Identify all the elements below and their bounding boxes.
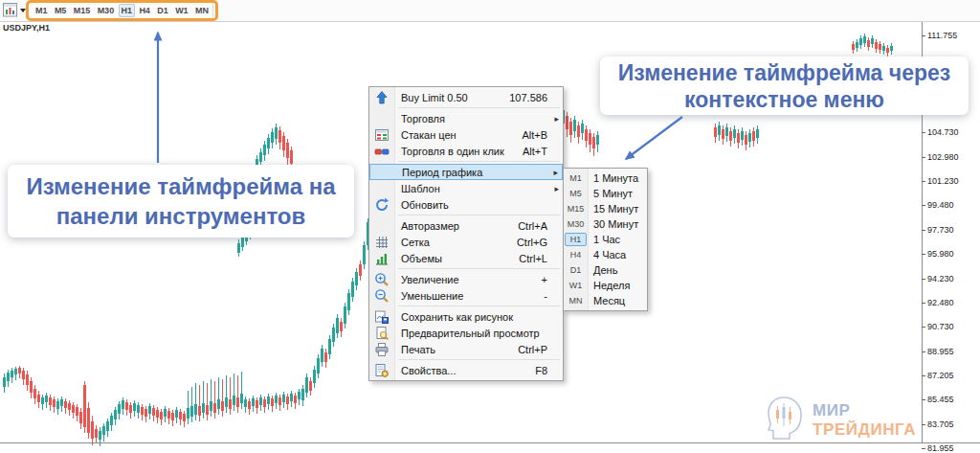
one-click-trading-icon [374, 144, 390, 159]
timeframes-toolbar: M1M5M15M30H1H4D1W1MN [0, 0, 980, 22]
submenu-item-m1[interactable]: M11 Минута [564, 170, 647, 186]
volumes-icon [374, 251, 390, 266]
menu-separator [398, 268, 560, 269]
submenu-item-label: 4 Часа [587, 249, 626, 260]
menu-item[interactable]: Торговля▸ [369, 110, 563, 126]
menu-item[interactable]: Период графика▸ [369, 164, 563, 180]
submenu-item-m15[interactable]: M1515 Минут [564, 201, 647, 216]
logo-text-line2: ТРЕЙДИНГА [813, 420, 916, 440]
menu-separator [398, 359, 560, 360]
menu-item[interactable]: Обновить [369, 196, 563, 213]
menu-item[interactable]: СеткаCtrl+G [369, 234, 563, 250]
submenu-arrow-icon: ▸ [554, 183, 559, 193]
menu-item-label: Свойства... [401, 365, 456, 376]
submenu-item-label: 1 Час [587, 234, 620, 245]
submenu-item-h4[interactable]: H44 Часа [564, 247, 647, 262]
menu-separator [398, 215, 560, 215]
head-candles-logo-icon [762, 395, 806, 446]
menu-separator [398, 306, 560, 306]
timeframe-button-m30[interactable]: M30 [95, 4, 118, 17]
print-preview-icon [374, 326, 390, 341]
new-chart-icon[interactable] [3, 3, 18, 18]
menu-item-shortcut: F8 [535, 365, 547, 376]
menu-item[interactable]: Увеличение+ [369, 271, 563, 287]
submenu-item-label: Месяц [587, 295, 625, 306]
menu-item-label: Торговля в один клик [401, 146, 504, 157]
submenu-item-m5[interactable]: M55 Минут [564, 186, 647, 201]
timeframe-button-m5[interactable]: M5 [52, 4, 70, 17]
submenu-item-h1[interactable]: H11 Час [564, 232, 647, 247]
timeframe-button-h1[interactable]: H1 [119, 4, 136, 17]
submenu-item-label: День [587, 264, 617, 276]
menu-item-shortcut: Ctrl+A [518, 220, 547, 232]
menu-item[interactable]: ПечатьCtrl+P [369, 341, 563, 357]
timeframe-button-d1[interactable]: D1 [154, 4, 171, 17]
callout-right-line2: контекстное меню [684, 86, 884, 113]
menu-item-label: Сохранить как рисунок [401, 311, 513, 323]
menu-item[interactable]: Стакан ценAlt+B [369, 126, 563, 143]
grid-icon [374, 235, 390, 250]
menu-item-shortcut: - [544, 290, 547, 302]
menu-item[interactable]: Сохранить как рисунок [369, 308, 563, 325]
buy-limit-arrow-icon [374, 90, 390, 105]
timeframe-buttons-highlight-box: M1M5M15M30H1H4D1W1MN [26, 0, 218, 21]
menu-item-shortcut: Ctrl+G [517, 237, 547, 248]
submenu-item-m30[interactable]: M3030 Минут [564, 216, 647, 232]
submenu-item-code: D1 [565, 263, 587, 277]
submenu-item-d1[interactable]: D1День [564, 262, 647, 278]
callout-left-line2: панели инструментов [56, 201, 306, 231]
menu-item[interactable]: Торговля в один кликAlt+T [369, 143, 563, 159]
print-icon [374, 342, 390, 357]
menu-separator [398, 107, 560, 108]
menu-item-label: Период графика [402, 167, 482, 178]
submenu-item-label: 30 Минут [587, 218, 638, 230]
menu-item[interactable]: АвторазмерCtrl+A [369, 217, 563, 234]
timeframe-button-h4[interactable]: H4 [136, 4, 153, 17]
depth-of-market-icon [374, 127, 390, 143]
menu-item-label: Buy Limit 0.50 [401, 92, 468, 103]
refresh-icon [374, 197, 390, 213]
timeframe-button-m1[interactable]: M1 [33, 4, 51, 17]
submenu-item-label: 15 Минут [587, 203, 638, 215]
menu-item[interactable]: Свойства...F8 [369, 362, 563, 378]
menu-item-label: Объемы [401, 253, 442, 264]
submenu-item-code: M15 [565, 202, 587, 215]
menu-item[interactable]: Buy Limit 0.50107.586 [369, 89, 563, 105]
menu-item-shortcut: Alt+B [522, 129, 547, 141]
metatrader-window: 111.755110.005108.255106.480104.730102.9… [0, 0, 980, 453]
callout-context-menu-timeframe: Изменение таймфрейма через контекстное м… [600, 57, 969, 115]
menu-item[interactable]: Предварительный просмотр [369, 325, 563, 341]
submenu-item-code: M30 [565, 217, 587, 231]
menu-item-label: Шаблон [401, 183, 440, 194]
menu-item[interactable]: Уменьшение- [369, 287, 563, 304]
toolbar-separator [212, 3, 213, 17]
menu-item[interactable]: ОбъемыCtrl+L [369, 250, 563, 266]
mir-trading-logo: МИР ТРЕЙДИНГА [762, 395, 916, 446]
submenu-item-code: H4 [565, 248, 587, 261]
timeframe-button-m15[interactable]: M15 [71, 4, 94, 17]
menu-separator [398, 161, 560, 162]
menu-item-label: Авторазмер [401, 220, 459, 232]
menu-item-shortcut: Ctrl+P [518, 344, 547, 355]
submenu-item-mn[interactable]: MNМесяц [564, 293, 647, 308]
timeframe-button-mn[interactable]: MN [192, 4, 212, 17]
menu-item-label: Печать [401, 344, 435, 355]
zoom-out-icon [374, 288, 390, 304]
menu-item-label: Уменьшение [401, 290, 463, 302]
callout-toolbar-timeframe: Изменение таймфрейма на панели инструмен… [8, 165, 354, 238]
menu-item-label: Стакан цен [401, 129, 457, 141]
submenu-item-code: M1 [565, 171, 587, 185]
timeframe-button-w1[interactable]: W1 [172, 4, 191, 17]
menu-item-label: Увеличение [401, 274, 459, 285]
menu-item-shortcut: Ctrl+L [519, 253, 547, 264]
properties-icon [374, 363, 390, 378]
menu-item-shortcut: Alt+T [523, 146, 547, 157]
menu-item-label: Предварительный просмотр [401, 328, 540, 339]
submenu-item-label: 5 Минут [587, 188, 633, 199]
submenu-item-code: H1 [565, 233, 587, 246]
menu-item[interactable]: Шаблон▸ [369, 180, 563, 196]
submenu-item-label: Неделя [587, 280, 630, 291]
submenu-item-label: 1 Минута [587, 172, 638, 184]
submenu-item-w1[interactable]: W1Неделя [564, 278, 647, 293]
context-menu: Buy Limit 0.50107.586Торговля▸Стакан цен… [368, 86, 564, 381]
